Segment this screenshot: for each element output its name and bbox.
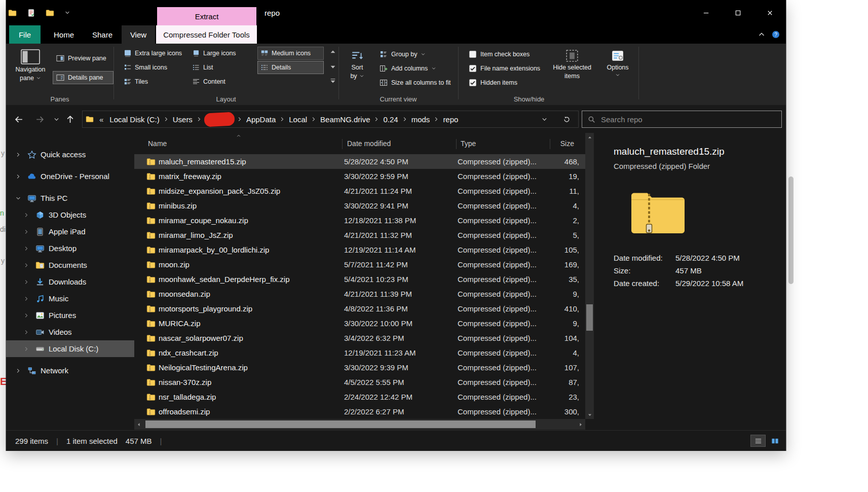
- column-header-size[interactable]: Size: [550, 133, 585, 154]
- chevron-right-icon[interactable]: [15, 173, 21, 180]
- file-name-extensions-checkbox[interactable]: File name extensions: [465, 62, 555, 75]
- column-header-date-modified[interactable]: Date modified: [342, 133, 456, 154]
- layout-large-icons[interactable]: Large icons: [189, 47, 255, 60]
- tab-view[interactable]: View: [122, 25, 155, 44]
- forward-button[interactable]: [32, 112, 47, 126]
- refresh-button[interactable]: [559, 111, 574, 127]
- collapse-ribbon-icon[interactable]: [758, 30, 766, 39]
- details-view-toggle[interactable]: [751, 435, 765, 446]
- file-row[interactable]: minibus.zip3/30/2022 9:41 PMCompressed (…: [134, 198, 585, 213]
- chevron-down-icon[interactable]: [15, 195, 21, 201]
- chevron-right-icon[interactable]: [23, 212, 29, 218]
- chevron-right-icon[interactable]: [15, 368, 21, 374]
- chevron-right-icon[interactable]: [23, 346, 29, 352]
- breadcrumb-separator-icon[interactable]: [163, 116, 169, 122]
- sidebar-item-documents[interactable]: Documents: [6, 257, 134, 273]
- file-row[interactable]: NeilogicalTestingArena.zip3/30/2022 9:39…: [134, 360, 585, 375]
- file-row[interactable]: MURICA.zip3/30/2022 10:00 PMCompressed (…: [134, 316, 585, 331]
- sidebar-item-local-disk-c[interactable]: Local Disk (C:): [6, 340, 134, 357]
- sidebar-item-music[interactable]: Music: [6, 290, 134, 307]
- help-icon[interactable]: ?: [772, 30, 780, 39]
- sidebar-item-quick-access[interactable]: Quick access: [6, 146, 134, 163]
- breadcrumb-item-0-24[interactable]: 0.24: [380, 115, 401, 124]
- file-row[interactable]: miramar_limo_JsZ.zip4/21/2021 11:32 PMCo…: [134, 228, 585, 242]
- file-row[interactable]: miramarpack_by_00_lordlichi.zip12/19/202…: [134, 242, 585, 257]
- breadcrumb-separator-icon[interactable]: [402, 116, 408, 122]
- properties-icon[interactable]: [27, 9, 35, 17]
- breadcrumb-overflow[interactable]: «: [97, 115, 106, 124]
- extract-contextual-header[interactable]: Extract: [157, 7, 256, 25]
- address-field[interactable]: « Local Disk (C:)UsersAppDataLocalBeamNG…: [82, 111, 579, 128]
- up-button[interactable]: [62, 112, 78, 126]
- column-divider[interactable]: [342, 139, 343, 149]
- tab-file[interactable]: File: [9, 25, 41, 44]
- scroll-right-button[interactable]: [576, 419, 585, 430]
- hide-selected-items-button[interactable]: Hide selected items: [549, 45, 595, 92]
- sidebar-item-apple-ipad[interactable]: Apple iPad: [6, 223, 134, 240]
- layout-list[interactable]: List: [189, 61, 255, 74]
- file-row[interactable]: moonsedan.zip4/21/2021 11:39 PMCompresse…: [134, 287, 585, 301]
- breadcrumb-item-appdata[interactable]: AppData: [243, 115, 279, 124]
- close-button[interactable]: [754, 0, 786, 25]
- breadcrumb-separator-icon[interactable]: [311, 116, 317, 122]
- minimize-button[interactable]: [690, 0, 722, 25]
- chevron-right-icon[interactable]: [23, 312, 29, 319]
- vertical-scrollbar-thumb[interactable]: [586, 304, 593, 331]
- gallery-scroll-up[interactable]: [329, 48, 336, 56]
- column-header-type[interactable]: Type: [456, 133, 550, 154]
- sidebar-item-pictures[interactable]: Pictures: [6, 307, 134, 324]
- search-input[interactable]: [600, 115, 776, 124]
- preview-pane-button[interactable]: Preview pane: [53, 52, 114, 65]
- file-row[interactable]: ndx_crashcart.zip12/19/2021 11:23 AMComp…: [134, 345, 585, 360]
- breadcrumb-item-local[interactable]: Local: [285, 115, 311, 124]
- folder-icon[interactable]: [46, 9, 54, 17]
- hidden-items-checkbox[interactable]: Hidden items: [465, 76, 555, 89]
- vertical-scrollbar[interactable]: [585, 133, 594, 419]
- breadcrumb-separator-icon[interactable]: [433, 116, 439, 122]
- chevron-down-icon[interactable]: [64, 10, 70, 16]
- maximize-button[interactable]: [722, 0, 754, 25]
- layout-medium-icons[interactable]: Medium icons: [257, 47, 324, 60]
- layout-tiles[interactable]: Tiles: [121, 75, 187, 88]
- column-divider[interactable]: [456, 139, 457, 149]
- item-check-boxes-checkbox[interactable]: Item check boxes: [465, 48, 555, 61]
- chevron-right-icon[interactable]: [23, 229, 29, 235]
- layout-extra-large-icons[interactable]: Extra large icons: [121, 47, 187, 60]
- breadcrumb-separator-icon[interactable]: [373, 116, 380, 122]
- column-divider[interactable]: [550, 139, 550, 149]
- gallery-more[interactable]: [329, 77, 336, 85]
- breadcrumb-separator-icon[interactable]: [237, 116, 243, 122]
- scroll-up-button[interactable]: [585, 133, 594, 142]
- chevron-right-icon[interactable]: [23, 279, 29, 285]
- breadcrumb-separator-icon[interactable]: [279, 116, 285, 122]
- layout-small-icons[interactable]: Small icons: [121, 61, 187, 74]
- page-scrollbar-thumb[interactable]: [788, 177, 794, 284]
- breadcrumb-separator-icon[interactable]: [196, 116, 202, 122]
- file-row[interactable]: midsize_expansion_pack_JsZ05.zip4/21/202…: [134, 184, 585, 198]
- file-row[interactable]: motorsports_playground.zip4/8/2022 11:36…: [134, 301, 585, 316]
- group-by-button[interactable]: Group by: [376, 48, 458, 61]
- scroll-left-button[interactable]: [134, 419, 143, 430]
- redacted-username[interactable]: [204, 112, 235, 127]
- breadcrumb-item-beamng-drive[interactable]: BeamNG.drive: [317, 115, 373, 124]
- sidebar-item-videos[interactable]: Videos: [6, 324, 134, 340]
- tab-compressed-folder-tools[interactable]: Compressed Folder Tools: [156, 25, 257, 44]
- details-pane-button[interactable]: Details pane: [53, 71, 114, 84]
- breadcrumb-item-users[interactable]: Users: [169, 115, 196, 124]
- chevron-right-icon[interactable]: [23, 245, 29, 252]
- sidebar-item-onedrive-personal[interactable]: OneDrive - Personal: [6, 168, 134, 185]
- file-row[interactable]: moonhawk_sedan_DerpdeHerp_fix.zip5/4/202…: [134, 272, 585, 287]
- size-all-columns-to-fit-button[interactable]: Size all columns to fit: [376, 76, 458, 89]
- folder-icon[interactable]: [8, 9, 17, 17]
- address-dropdown-button[interactable]: [537, 111, 552, 127]
- layout-content[interactable]: Content: [189, 75, 255, 88]
- options-button[interactable]: Options: [602, 45, 633, 92]
- file-row[interactable]: nascar_solarpower07.zip3/4/2022 6:32 PMC…: [134, 331, 585, 345]
- file-row[interactable]: moon.zip5/7/2021 11:42 PMCompressed (zip…: [134, 257, 585, 272]
- breadcrumb-item-mods[interactable]: mods: [408, 115, 434, 124]
- column-header-name[interactable]: Name: [134, 133, 342, 154]
- breadcrumb-item-repo[interactable]: repo: [439, 115, 462, 124]
- sidebar-item-desktop[interactable]: Desktop: [6, 240, 134, 257]
- back-button[interactable]: [11, 112, 26, 126]
- file-row[interactable]: nissan-370z.zip4/5/2022 5:55 PMCompresse…: [134, 375, 585, 390]
